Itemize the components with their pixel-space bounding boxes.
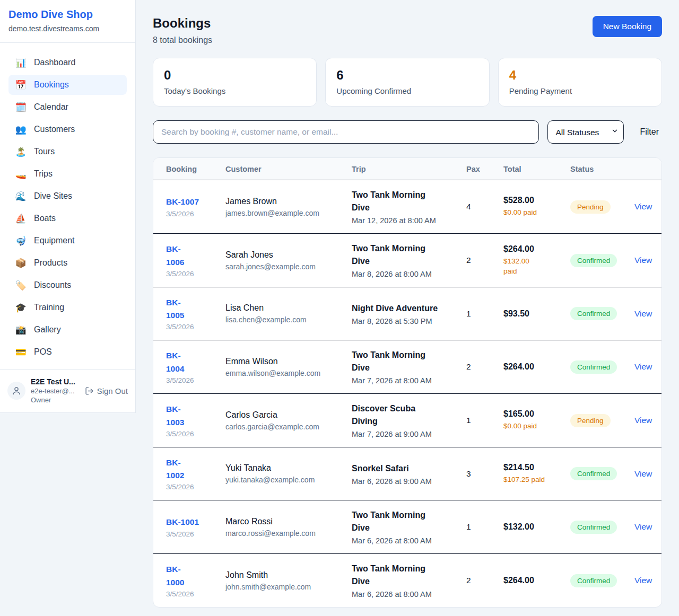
trip-datetime: Mar 6, 2026 at 8:00 AM (352, 590, 461, 599)
nav-item-label: Products (34, 258, 67, 268)
status-cell: Confirmed (570, 307, 634, 320)
filter-button[interactable]: Filter (640, 127, 659, 137)
stat-label: Today's Bookings (164, 86, 306, 95)
nav-item-label: Gallery (34, 325, 61, 335)
stats-row: 0 Today's Bookings 6 Upcoming Confirmed … (153, 58, 662, 107)
search-input[interactable] (153, 120, 539, 144)
status-filter-select[interactable]: All Statuses (547, 120, 624, 144)
customer-email: john.smith@example.com (225, 583, 346, 591)
actions-cell: View (634, 309, 649, 319)
customer-cell: Carlos Garcia carlos.garcia@example.com (225, 410, 352, 431)
booking-cell: BK- 1000 3/5/2026 (166, 563, 225, 597)
trip-datetime: Mar 6, 2026 at 9:00 AM (352, 477, 461, 486)
page-header: Bookings 8 total bookings New Booking (153, 16, 662, 45)
booking-id-link[interactable]: BK- 1004 (166, 349, 220, 375)
actions-cell: View (634, 256, 649, 265)
table-header-row: Booking Customer Trip Pax Total Status (153, 158, 661, 180)
sidebar-nav-item[interactable]: 📦 Products (8, 253, 127, 273)
booking-cell: BK-1007 3/5/2026 (166, 196, 225, 217)
trip-name: Two Tank Morning Dive (352, 189, 461, 214)
view-link[interactable]: View (634, 469, 652, 478)
customer-cell: Emma Wilson emma.wilson@example.com (225, 357, 352, 377)
sidebar-user-footer: E2E Test U... e2e-tester@... Owner Sign … (0, 369, 135, 412)
table-row: BK- 1005 3/5/2026 Lisa Chen lisa.chen@ex… (153, 287, 661, 340)
brand-domain: demo.test.divestreams.com (8, 24, 127, 33)
nav-item-label: Dashboard (34, 58, 75, 67)
sidebar-nav-item[interactable]: 📅 Bookings (8, 75, 127, 95)
pax-cell: 2 (466, 256, 503, 265)
total-amount: $528.00 (503, 196, 565, 205)
nav-item-icon: 🎓 (15, 303, 27, 312)
view-link[interactable]: View (634, 576, 652, 585)
view-link[interactable]: View (634, 522, 652, 531)
sign-out-label: Sign Out (97, 386, 128, 395)
status-badge: Pending (570, 414, 611, 427)
view-link[interactable]: View (634, 202, 652, 211)
brand-name: Demo Dive Shop (8, 8, 127, 21)
status-badge: Confirmed (570, 360, 617, 374)
sidebar-nav-item[interactable]: 🏝️ Tours (8, 142, 127, 162)
sidebar-nav-item[interactable]: 🏷️ Discounts (8, 275, 127, 295)
sidebar-nav-item[interactable]: 🚤 Trips (8, 164, 127, 184)
booking-date: 3/5/2026 (166, 530, 220, 538)
view-link[interactable]: View (634, 256, 652, 265)
table-row: BK- 1000 3/5/2026 John Smith john.smith@… (153, 553, 661, 607)
view-link[interactable]: View (634, 362, 652, 371)
booking-cell: BK- 1002 3/5/2026 (166, 456, 225, 491)
status-badge: Pending (570, 200, 611, 214)
booking-id-link[interactable]: BK-1007 (166, 196, 220, 208)
sidebar-nav-item[interactable]: 📸 Gallery (8, 320, 127, 340)
sidebar-nav-item[interactable]: 👥 Customers (8, 119, 127, 139)
booking-id-link[interactable]: BK- 1006 (166, 243, 220, 268)
status-cell: Confirmed (570, 521, 634, 534)
table-row: BK- 1006 3/5/2026 Sarah Jones sarah.jone… (153, 233, 661, 287)
customer-email: carlos.garcia@example.com (225, 423, 346, 431)
trip-name: Two Tank Morning Dive (352, 562, 461, 588)
view-link[interactable]: View (634, 416, 652, 425)
booking-date: 3/5/2026 (166, 270, 220, 278)
booking-id-link[interactable]: BK-1001 (166, 516, 220, 529)
nav-item-icon: 🤿 (15, 236, 27, 245)
total-cell: $214.50 $107.25 paid (503, 463, 570, 485)
booking-id-link[interactable]: BK- 1005 (166, 296, 220, 322)
new-booking-button[interactable]: New Booking (593, 16, 662, 37)
sidebar-nav-item[interactable]: 💳 POS (8, 342, 127, 362)
sign-out-button[interactable]: Sign Out (85, 386, 128, 395)
total-cell: $165.00 $0.00 paid (503, 409, 570, 432)
app-root: Demo Dive Shop demo.test.divestreams.com… (0, 0, 679, 616)
trip-cell: Snorkel Safari Mar 6, 2026 at 9:00 AM (352, 462, 466, 486)
nav-item-icon: 🚤 (15, 170, 27, 179)
sidebar-nav-item[interactable]: 🌊 Dive Sites (8, 186, 127, 206)
sidebar-nav-item[interactable]: 🎓 Training (8, 297, 127, 318)
pax-cell: 1 (466, 522, 503, 532)
customer-email: marco.rossi@example.com (225, 529, 346, 538)
booking-id-link[interactable]: BK- 1000 (166, 563, 220, 588)
stat-card: 4 Pending Payment (498, 58, 662, 107)
customer-email: yuki.tanaka@example.com (225, 476, 346, 484)
pax-cell: 2 (466, 362, 503, 372)
customer-name: Yuki Tanaka (225, 463, 346, 473)
total-cell: $93.50 (503, 309, 570, 319)
sidebar-nav-item[interactable]: ⛵ Boats (8, 208, 127, 228)
trip-datetime: Mar 12, 2026 at 8:00 AM (352, 216, 461, 225)
customer-cell: Marco Rossi marco.rossi@example.com (225, 517, 352, 538)
nav-item-label: Calendar (34, 102, 68, 112)
booking-id-link[interactable]: BK- 1002 (166, 456, 220, 482)
stat-value: 6 (336, 68, 478, 83)
sidebar-nav-item[interactable]: 🗓️ Calendar (8, 97, 127, 117)
customer-email: james.brown@example.com (225, 209, 346, 217)
nav-item-icon: 🗓️ (15, 103, 27, 112)
booking-date: 3/5/2026 (166, 376, 220, 384)
sidebar-nav-item[interactable]: 🤿 Equipment (8, 231, 127, 251)
stat-card: 6 Upcoming Confirmed (325, 58, 489, 107)
total-cell: $264.00 (503, 362, 570, 372)
view-link[interactable]: View (634, 309, 652, 318)
trip-datetime: Mar 7, 2026 at 9:00 AM (352, 430, 461, 438)
toolbar: All Statuses Filter (153, 120, 662, 144)
sidebar-nav-item[interactable]: 📊 Dashboard (8, 52, 127, 73)
nav-item-icon: 💳 (15, 348, 27, 357)
pax-cell: 3 (466, 469, 503, 479)
nav-item-label: Trips (34, 169, 53, 179)
booking-id-link[interactable]: BK- 1003 (166, 403, 220, 428)
total-amount: $132.00 (503, 522, 565, 532)
